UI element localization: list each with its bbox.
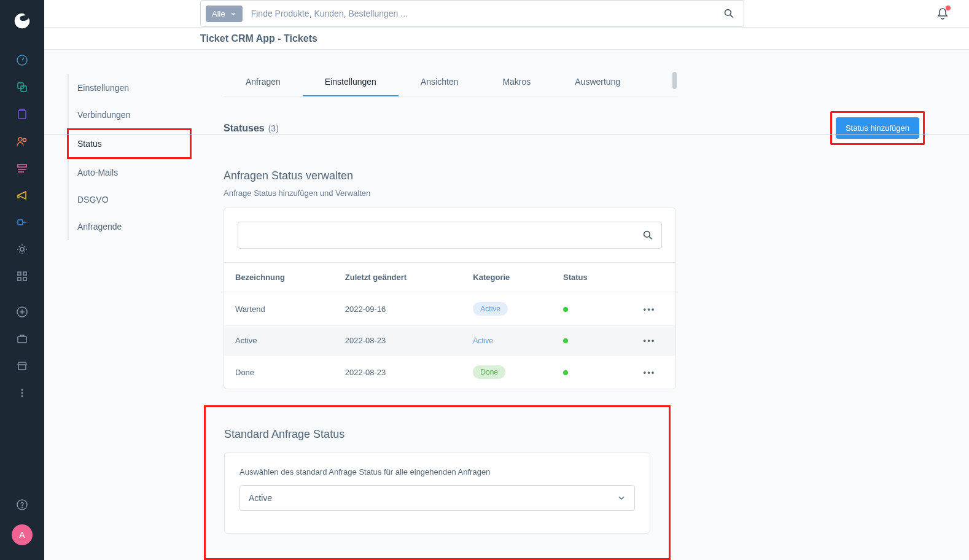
subheader-title: Statuses — [224, 123, 265, 134]
svg-point-4 — [18, 138, 22, 141]
section-subtitle: Anfrage Status hinzufügen und Verwalten — [224, 189, 932, 198]
cell-category: Done — [462, 356, 552, 389]
standard-title: Standard Anfrage Status — [224, 428, 650, 441]
add-button-highlight: Status hinzufügen — [830, 111, 925, 145]
cell-actions: ••• — [623, 292, 675, 326]
standard-label: Auswählen des standard Anfrage Status fü… — [239, 467, 635, 476]
svg-rect-12 — [23, 278, 26, 281]
cell-category: Active — [462, 292, 552, 326]
subheader-count: (3) — [268, 123, 279, 133]
column-header — [623, 263, 675, 292]
status-table: BezeichnungZuletzt geändertKategorieStat… — [224, 263, 675, 389]
side-item-status[interactable]: Status — [67, 128, 192, 159]
tab-auswertung[interactable]: Auswertung — [553, 72, 642, 96]
cell-actions: ••• — [623, 356, 675, 389]
content-icon[interactable] — [16, 162, 28, 174]
extensions-icon[interactable] — [16, 216, 28, 228]
left-sidebar: A — [0, 0, 44, 560]
store-icon[interactable] — [16, 360, 28, 372]
status-table-card: BezeichnungZuletzt geändertKategorieStat… — [224, 208, 676, 389]
svg-rect-15 — [18, 365, 26, 370]
tab-anfragen[interactable]: Anfragen — [224, 72, 303, 96]
svg-point-20 — [22, 507, 23, 508]
standard-status-card: Auswählen des standard Anfrage Status fü… — [224, 452, 650, 534]
cell-status — [552, 292, 623, 326]
column-header: Zuletzt geändert — [334, 263, 462, 292]
tab-einstellungen[interactable]: Einstellungen — [303, 72, 399, 96]
side-item-automails[interactable]: Auto-Mails — [68, 159, 216, 186]
svg-point-18 — [21, 395, 23, 397]
side-menu: EinstellungenVerbindungenStatusAuto-Mail… — [44, 50, 216, 560]
table-row[interactable]: Done2022-08-23Done••• — [224, 356, 675, 389]
status-dot — [563, 370, 568, 375]
dashboard-icon[interactable] — [16, 54, 28, 66]
cell-date: 2022-08-23 — [334, 326, 462, 356]
side-item-label: Einstellungen — [77, 83, 129, 93]
cell-date: 2022-09-16 — [334, 292, 462, 326]
side-item-label: Auto-Mails — [77, 168, 118, 177]
notifications-button[interactable] — [936, 7, 949, 20]
orders-icon[interactable] — [16, 108, 28, 120]
cell-date: 2022-08-23 — [334, 356, 462, 389]
svg-rect-9 — [18, 272, 21, 275]
settings-icon[interactable] — [16, 243, 28, 255]
help-icon[interactable] — [16, 499, 28, 511]
side-item-verbindungen[interactable]: Verbindungen — [68, 101, 216, 128]
row-actions-button[interactable]: ••• — [644, 305, 656, 314]
search-button[interactable] — [714, 9, 744, 18]
page-title: Ticket CRM App - Tickets — [200, 33, 317, 44]
add-icon[interactable] — [16, 306, 28, 318]
more-icon[interactable] — [16, 387, 28, 399]
svg-point-22 — [644, 231, 650, 238]
side-item-anfragende[interactable]: Anfragende — [68, 213, 216, 240]
apps-icon[interactable] — [16, 270, 28, 282]
briefcase-icon[interactable] — [16, 333, 28, 345]
table-row[interactable]: Wartend2022-09-16Active••• — [224, 292, 675, 326]
search-input[interactable] — [243, 9, 714, 18]
search-filter-dropdown[interactable]: Alle — [206, 6, 243, 22]
cell-status — [552, 326, 623, 356]
svg-point-16 — [21, 389, 23, 391]
customers-icon[interactable] — [16, 135, 28, 147]
tab-ansichten[interactable]: Ansichten — [399, 72, 480, 96]
marketing-icon[interactable] — [16, 189, 28, 201]
search-icon — [643, 230, 653, 240]
svg-point-5 — [23, 139, 26, 142]
chevron-down-icon — [617, 494, 626, 502]
scrollbar-thumb[interactable] — [672, 72, 677, 89]
add-status-button[interactable]: Status hinzufügen — [836, 117, 919, 139]
title-bar: Ticket CRM App - Tickets — [44, 28, 969, 50]
global-search: Alle — [200, 0, 744, 27]
side-item-label: Status — [77, 139, 102, 149]
cell-name: Wartend — [224, 292, 334, 326]
subheader: Statuses (3) Status hinzufügen — [216, 96, 932, 158]
top-bar: Alle — [44, 0, 969, 28]
side-item-einstellungen[interactable]: Einstellungen — [68, 74, 216, 101]
section-title: Anfragen Status verwalten — [224, 169, 932, 182]
catalog-icon[interactable] — [16, 81, 28, 93]
side-item-label: Anfragende — [77, 222, 122, 231]
tab-makros[interactable]: Makros — [480, 72, 553, 96]
table-search-input[interactable] — [238, 222, 662, 249]
standard-status-select[interactable]: Active — [239, 485, 635, 511]
tabs: AnfragenEinstellungenAnsichtenMakrosAusw… — [224, 50, 678, 96]
row-actions-button[interactable]: ••• — [644, 336, 656, 345]
notification-dot — [946, 6, 951, 10]
cell-name: Active — [224, 326, 334, 356]
svg-rect-6 — [18, 165, 26, 167]
column-header: Status — [552, 263, 623, 292]
column-header: Bezeichnung — [224, 263, 334, 292]
svg-point-17 — [21, 392, 23, 394]
app-logo[interactable] — [14, 12, 31, 29]
svg-rect-11 — [18, 278, 21, 281]
row-actions-button[interactable]: ••• — [644, 368, 656, 377]
cell-actions: ••• — [623, 326, 675, 356]
chevron-down-icon — [230, 10, 236, 17]
side-item-dsgvo[interactable]: DSGVO — [68, 186, 216, 213]
cell-status — [552, 356, 623, 389]
user-avatar[interactable]: A — [12, 524, 33, 545]
table-row[interactable]: Active2022-08-23Active••• — [224, 326, 675, 356]
svg-rect-3 — [18, 111, 26, 119]
svg-point-8 — [20, 247, 24, 251]
side-item-label: DSGVO — [77, 195, 109, 204]
